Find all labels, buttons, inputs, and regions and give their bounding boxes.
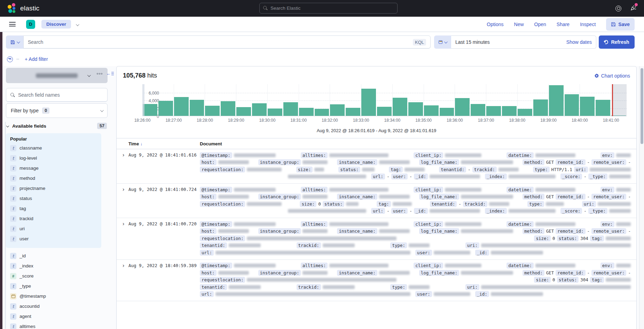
field-item-log-level[interactable]: tlog-level xyxy=(10,153,97,163)
field-item-uri[interactable]: turi xyxy=(10,224,97,234)
nav-link-open[interactable]: Open xyxy=(534,22,546,27)
redacted-value xyxy=(303,229,328,233)
date-range-value[interactable]: Last 15 minutes xyxy=(455,39,566,45)
nav-link-inspect[interactable]: Inspect xyxy=(580,22,596,27)
space-avatar[interactable]: D xyxy=(26,20,35,29)
breadcrumb-chevron-icon[interactable] xyxy=(76,21,78,27)
date-picker-button[interactable] xyxy=(434,35,451,49)
query-input[interactable]: Search KQL xyxy=(23,35,431,49)
field-item-tag[interactable]: ttag xyxy=(10,203,97,214)
expand-row-button[interactable]: › xyxy=(117,220,128,256)
field-item-_index[interactable]: t_index xyxy=(10,261,103,271)
hits-histogram[interactable]: 02,0004,0006,00018:26:0018:27:0018:28:00… xyxy=(123,83,630,124)
kql-button[interactable]: KQL xyxy=(413,39,426,46)
show-dates-link[interactable]: Show dates xyxy=(566,39,592,45)
nav-link-share[interactable]: Share xyxy=(557,22,570,27)
histogram-bar[interactable] xyxy=(221,101,235,116)
elastic-logo-text: elastic xyxy=(20,5,39,12)
field-item-accountid[interactable]: taccountid xyxy=(10,301,103,311)
document-summary[interactable]: @timestamp:alltimes:client_ip:datetime:e… xyxy=(200,152,636,180)
chart-options-button[interactable]: Chart options xyxy=(594,73,630,79)
document-summary[interactable]: @timestamp:alltimes:client_ip:datetime:e… xyxy=(200,220,636,256)
histogram-bar[interactable] xyxy=(315,109,329,116)
histogram-bar[interactable] xyxy=(283,102,298,116)
breadcrumb[interactable]: Discover xyxy=(41,20,71,29)
refresh-button[interactable]: Refresh xyxy=(599,35,635,49)
histogram-bar[interactable] xyxy=(190,100,204,116)
redacted-value xyxy=(329,153,388,157)
histogram-bar[interactable] xyxy=(455,98,470,116)
expand-row-button[interactable]: › xyxy=(117,152,128,180)
histogram-bar[interactable] xyxy=(252,103,267,116)
histogram-bar[interactable] xyxy=(533,99,548,116)
sort-descending-icon[interactable]: ↓ xyxy=(140,142,142,146)
newsfeed-button[interactable] xyxy=(630,5,636,12)
nav-link-options[interactable]: Options xyxy=(487,22,503,27)
histogram-bar[interactable] xyxy=(393,98,407,116)
available-fields-accordion[interactable]: Available fields 57 xyxy=(6,123,108,129)
nav-link-new[interactable]: New xyxy=(514,22,524,27)
expand-row-button[interactable]: › xyxy=(117,186,128,215)
histogram-bar[interactable] xyxy=(549,85,564,116)
field-badge: size: xyxy=(300,201,316,207)
data-view-selector[interactable] xyxy=(6,68,108,83)
field-item-_score[interactable]: #_score xyxy=(10,271,103,281)
window-scrollbar[interactable] xyxy=(639,66,644,329)
field-item-status[interactable]: tstatus xyxy=(10,193,97,203)
histogram-bar[interactable] xyxy=(330,104,345,116)
available-fields-count: 57 xyxy=(97,123,107,129)
menu-icon[interactable] xyxy=(9,22,16,26)
field-item-classname[interactable]: tclassname xyxy=(10,143,97,153)
field-badge: host: xyxy=(200,270,217,276)
field-item-agent[interactable]: tagent xyxy=(10,311,103,321)
histogram-bar[interactable] xyxy=(502,106,517,116)
global-search-input[interactable]: Search Elastic xyxy=(259,3,398,14)
histogram-bar[interactable] xyxy=(361,89,376,116)
field-item-alltimes[interactable]: talltimes xyxy=(10,321,103,329)
histogram-bar[interactable] xyxy=(565,94,579,116)
field-settings-icon[interactable] xyxy=(97,73,102,74)
histogram-bar[interactable] xyxy=(440,108,454,116)
histogram-bar[interactable] xyxy=(174,97,189,116)
time-column-header[interactable]: Time↓ xyxy=(128,141,200,146)
histogram-bar[interactable] xyxy=(596,100,610,116)
histogram-bar[interactable] xyxy=(518,109,532,116)
scrollbar-thumb[interactable] xyxy=(641,68,643,144)
histogram-bar[interactable] xyxy=(424,105,439,116)
add-filter-link[interactable]: + Add filter xyxy=(25,56,48,62)
field-item-_type[interactable]: t_type xyxy=(10,281,103,291)
histogram-bar[interactable] xyxy=(486,106,501,116)
histogram-bar[interactable] xyxy=(580,97,595,116)
histogram-bar[interactable] xyxy=(205,106,220,116)
field-item-trackid[interactable]: ttrackid xyxy=(10,214,97,224)
histogram-bar[interactable] xyxy=(471,104,485,116)
field-name: method xyxy=(19,176,35,181)
field-item-_id[interactable]: t_id xyxy=(10,251,103,261)
saved-query-menu-button[interactable] xyxy=(6,35,23,49)
text-field-icon: t xyxy=(10,175,16,182)
filter-icon[interactable] xyxy=(7,56,13,62)
histogram-bar[interactable] xyxy=(299,108,314,116)
field-item-timestamp[interactable]: @timestamp xyxy=(10,291,103,301)
collapse-sidebar-icon[interactable]: ← xyxy=(106,71,114,76)
document-summary[interactable]: @timestamp:alltimes:client_ip:datetime:e… xyxy=(200,186,636,215)
field-item-method[interactable]: tmethod xyxy=(10,173,97,183)
elastic-logo[interactable]: elastic xyxy=(8,3,39,14)
histogram-bar[interactable] xyxy=(408,102,423,116)
histogram-bar[interactable] xyxy=(236,107,251,116)
histogram-bar[interactable] xyxy=(346,108,360,116)
document-summary[interactable]: @timestamp:alltimes:client_ip:datetime:e… xyxy=(200,262,636,298)
field-item-projectname[interactable]: tprojectname xyxy=(10,183,97,193)
save-button[interactable]: Save xyxy=(606,18,635,31)
help-icon[interactable] xyxy=(615,6,621,11)
histogram-bar[interactable] xyxy=(158,101,173,116)
histogram-bar[interactable] xyxy=(377,107,392,116)
histogram-bar[interactable] xyxy=(143,104,157,116)
filter-by-type-dropdown[interactable]: Filter by type 0 xyxy=(6,103,108,118)
field-item-user[interactable]: tuser xyxy=(10,234,97,244)
field-item-message[interactable]: tmessage xyxy=(10,163,97,173)
histogram-bar[interactable] xyxy=(268,109,282,116)
expand-row-button[interactable]: › xyxy=(117,262,128,298)
field-search-input[interactable]: Search field names xyxy=(6,88,108,102)
redacted-value xyxy=(218,160,249,164)
